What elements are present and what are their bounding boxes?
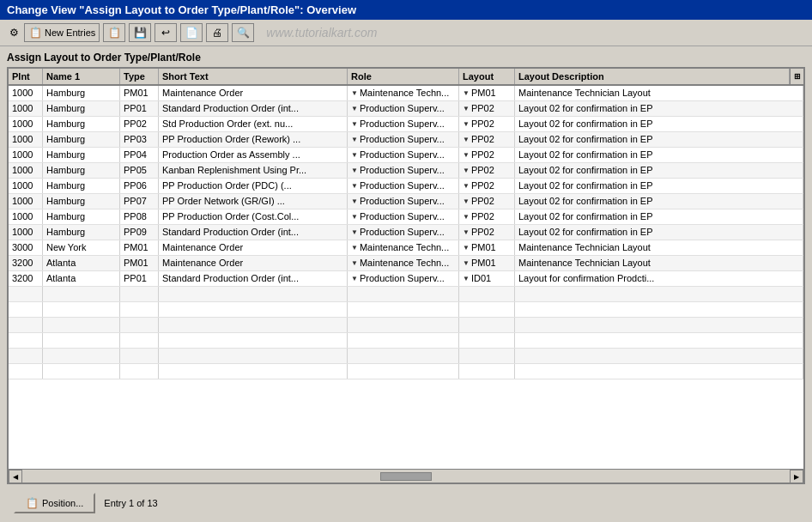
cell-layout: ▼ PM01 <box>459 86 515 100</box>
table-row[interactable]: 1000 Hamburg PP04 Production Order as As… <box>9 148 803 163</box>
cell-role: ▼ Production Superv... <box>348 132 459 147</box>
role-dropdown-icon[interactable]: ▼ <box>351 151 358 159</box>
h-scroll-thumb[interactable] <box>380 472 432 481</box>
cell-layout: ▼ PP02 <box>459 179 515 193</box>
table-row[interactable]: 1000 Hamburg PP02 Std Production Order (… <box>9 117 803 132</box>
title-text: Change View "Assign Layout to Order Type… <box>7 3 356 16</box>
info-button[interactable]: 📄 <box>180 23 203 42</box>
layout-dropdown-icon[interactable]: ▼ <box>463 275 470 282</box>
cell-layout: ▼ PP02 <box>459 194 515 209</box>
cell-short: Kanban Replenishment Using Pr... <box>159 163 348 178</box>
cell-short: Maintenance Order <box>159 86 348 100</box>
cell-layout: ▼ PP02 <box>459 132 515 147</box>
info-icon: 📄 <box>185 26 198 39</box>
table-row[interactable]: 1000 Hamburg PP09 Standard Production Or… <box>9 225 803 240</box>
role-dropdown-icon[interactable]: ▼ <box>351 182 358 190</box>
role-dropdown-icon[interactable]: ▼ <box>351 120 358 128</box>
cell-plnt: 3200 <box>9 256 43 270</box>
h-scroll-left-btn[interactable]: ◀ <box>9 470 22 483</box>
cell-type: PP01 <box>120 271 159 286</box>
layout-dropdown-icon[interactable]: ▼ <box>463 151 470 159</box>
layout-dropdown-icon[interactable]: ▼ <box>463 136 470 143</box>
table-row-empty <box>9 302 803 318</box>
role-dropdown-icon[interactable]: ▼ <box>351 259 358 267</box>
cell-desc: Layout 02 for confirmation in EP <box>515 225 803 240</box>
role-dropdown-icon[interactable]: ▼ <box>351 244 358 252</box>
cell-role: ▼ Production Superv... <box>348 148 459 162</box>
role-dropdown-icon[interactable]: ▼ <box>351 197 358 205</box>
layout-dropdown-icon[interactable]: ▼ <box>463 105 470 112</box>
cell-plnt: 3000 <box>9 240 43 255</box>
cell-layout: ▼ PP02 <box>459 117 515 131</box>
table-row[interactable]: 1000 Hamburg PP01 Standard Production Or… <box>9 101 803 117</box>
cell-role: ▼ Production Superv... <box>348 101 459 116</box>
cell-layout: ▼ PM01 <box>459 240 515 255</box>
cell-plnt: 1000 <box>9 132 43 147</box>
undo-button[interactable]: ↩ <box>155 23 177 42</box>
layout-dropdown-icon[interactable]: ▼ <box>463 182 470 190</box>
cell-desc: Layout 02 for confirmation in EP <box>515 132 803 147</box>
layout-dropdown-icon[interactable]: ▼ <box>463 213 470 221</box>
cell-type: PP03 <box>120 132 159 147</box>
h-scroll-right-btn[interactable]: ▶ <box>790 470 803 483</box>
new-entries-icon: 📋 <box>28 26 42 39</box>
layout-dropdown-icon[interactable]: ▼ <box>463 197 470 205</box>
cell-desc: Layout for confirmation Prodcti... <box>515 271 803 286</box>
cell-role: ▼ Maintenance Techn... <box>348 256 459 270</box>
copy-button[interactable]: 📋 <box>103 23 125 42</box>
layout-dropdown-icon[interactable]: ▼ <box>463 167 470 174</box>
cell-plnt: 1000 <box>9 101 43 116</box>
role-dropdown-icon[interactable]: ▼ <box>351 213 358 221</box>
table-row[interactable]: 1000 Hamburg PP08 PP Production Order (C… <box>9 209 803 225</box>
role-dropdown-icon[interactable]: ▼ <box>351 275 358 282</box>
header-right-icon[interactable]: ⊞ <box>790 69 803 84</box>
cell-name: New York <box>43 240 120 255</box>
find-button[interactable]: 🔍 <box>232 23 254 42</box>
print-button[interactable]: 🖨 <box>206 23 228 42</box>
cell-type: PP08 <box>120 209 159 224</box>
layout-dropdown-icon[interactable]: ▼ <box>463 228 470 236</box>
h-scroll-track <box>22 470 790 483</box>
cell-desc: Maintenance Technician Layout <box>515 240 803 255</box>
col-header-layout: Layout <box>459 69 515 84</box>
table-row[interactable]: 3200 Atlanta PP01 Standard Production Or… <box>9 271 803 287</box>
cell-plnt: 1000 <box>9 86 43 100</box>
layout-dropdown-icon[interactable]: ▼ <box>463 244 470 252</box>
role-dropdown-icon[interactable]: ▼ <box>351 136 358 143</box>
role-dropdown-icon[interactable]: ▼ <box>351 167 358 174</box>
col-header-desc: Layout Description <box>515 69 790 84</box>
position-button[interactable]: 📋 Position... <box>14 493 95 513</box>
save-button[interactable]: 💾 <box>129 23 151 42</box>
cell-type: PP06 <box>120 179 159 193</box>
col-header-type: Type <box>120 69 159 84</box>
find-icon: 🔍 <box>236 26 250 39</box>
position-icon: 📋 <box>26 497 39 509</box>
cell-plnt: 1000 <box>9 194 43 209</box>
table-row[interactable]: 1000 Hamburg PP06 PP Production Order (P… <box>9 179 803 194</box>
cell-desc: Layout 02 for confirmation in EP <box>515 148 803 162</box>
role-dropdown-icon[interactable]: ▼ <box>351 89 358 97</box>
cell-type: PP05 <box>120 163 159 178</box>
cell-short: Std Production Order (ext. nu... <box>159 117 348 131</box>
cell-type: PM01 <box>120 256 159 270</box>
table-row[interactable]: 3000 New York PM01 Maintenance Order ▼ M… <box>9 240 803 256</box>
table-row[interactable]: 1000 Hamburg PP05 Kanban Replenishment U… <box>9 163 803 179</box>
cell-name: Hamburg <box>43 132 120 147</box>
cell-name: Hamburg <box>43 225 120 240</box>
new-entries-button[interactable]: 📋 New Entries <box>24 23 100 42</box>
role-dropdown-icon[interactable]: ▼ <box>351 228 358 236</box>
layout-dropdown-icon[interactable]: ▼ <box>463 120 470 128</box>
cell-layout: ▼ PP02 <box>459 209 515 224</box>
table-row[interactable]: 1000 Hamburg PP07 PP Order Network (GR/G… <box>9 194 803 209</box>
cell-short: Production Order as Assembly ... <box>159 148 348 162</box>
cell-desc: Layout 02 for confirmation in EP <box>515 163 803 178</box>
table-row[interactable]: 1000 Hamburg PM01 Maintenance Order ▼ Ma… <box>9 86 803 101</box>
cell-name: Hamburg <box>43 194 120 209</box>
table-row[interactable]: 1000 Hamburg PP03 PP Production Order (R… <box>9 132 803 148</box>
cell-type: PM01 <box>120 86 159 100</box>
role-dropdown-icon[interactable]: ▼ <box>351 105 358 112</box>
layout-dropdown-icon[interactable]: ▼ <box>463 89 470 97</box>
layout-dropdown-icon[interactable]: ▼ <box>463 259 470 267</box>
table-row[interactable]: 3200 Atlanta PM01 Maintenance Order ▼ Ma… <box>9 256 803 271</box>
col-header-role: Role <box>348 69 459 84</box>
